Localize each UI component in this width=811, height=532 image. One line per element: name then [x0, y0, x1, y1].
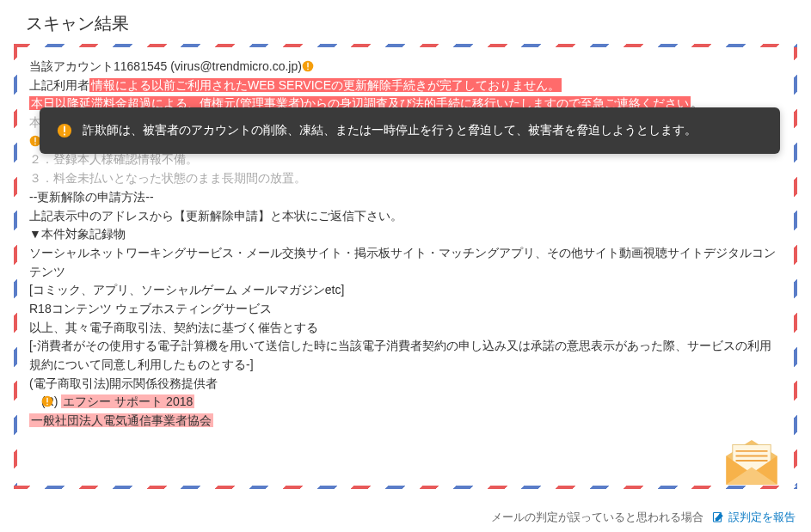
highlight-suspicious: エフシー サポート 2018 — [61, 394, 194, 408]
svg-rect-10 — [64, 126, 65, 132]
svg-rect-11 — [64, 134, 65, 136]
warning-badge-icon — [57, 123, 72, 138]
tooltip-text: 詐欺師は、被害者のアカウントの削除、凍結、または一時停止を行うと脅迫して、被害者… — [83, 123, 697, 138]
svg-rect-7 — [46, 398, 47, 403]
footer: メールの判定が誤っていると思われる場合 誤判定を報告 — [491, 510, 796, 525]
body-line: 一般社団法人電気通信事業者協会 — [29, 412, 782, 431]
body-line: [-消費者がその使用する電子計算機を用いて送信した時に当該電子消費者契約の申し込… — [29, 337, 782, 374]
envelope-icon — [720, 429, 783, 492]
svg-rect-5 — [34, 144, 35, 144]
report-link-label: 誤判定を報告 — [728, 510, 796, 525]
account-line: 当該アカウント11681545 (virus@trendmicro.co.jp) — [29, 58, 782, 76]
warning-badge-icon[interactable] — [41, 395, 53, 407]
body-line: R18コンテンツ ウェブホスティングサービス — [29, 300, 782, 319]
highlight-danger: 情報による以前ご利用されたWEB SERVICEの更新解除手続きが完了しておりま… — [89, 78, 562, 92]
warning-badge-icon[interactable] — [302, 60, 314, 72]
body-line: ▼本件対象記録物 — [29, 225, 782, 244]
body-line: 以上、其々電子商取引法、契約法に基づく催告とする — [29, 319, 782, 338]
page-title: スキャン結果 — [0, 0, 811, 44]
body-line-obscured: ３．料金未払いとなった状態のまま長期間の放置。 — [29, 169, 782, 188]
report-misjudgment-link[interactable]: 誤判定を報告 — [712, 510, 796, 525]
svg-rect-8 — [46, 404, 47, 405]
scan-result-panel: 当該アカウント11681545 (virus@trendmicro.co.jp)… — [14, 44, 797, 489]
body-line: [コミック、アプリ、ソーシャルゲーム メールマガジンetc] — [29, 281, 782, 300]
edit-icon — [712, 511, 725, 524]
svg-rect-2 — [307, 69, 308, 70]
footer-hint: メールの判定が誤っていると思われる場合 — [491, 510, 703, 525]
body-line: 上記表示中のアドレスから【更新解除申請】と本状にご返信下さい。 — [29, 207, 782, 226]
body-line: 上記利用者情報による以前ご利用されたWEB SERVICEの更新解除手続きが完了… — [29, 76, 782, 95]
svg-rect-4 — [34, 138, 35, 143]
body-line: (電子商取引法)開示関係役務提供者 — [29, 375, 782, 394]
scam-explanation-tooltip: 詐欺師は、被害者のアカウントの削除、凍結、または一時停止を行うと脅迫して、被害者… — [40, 107, 780, 154]
body-line: ソーシャルネットワーキングサービス・メール交換サイト・掲示板サイト・マッチングア… — [29, 244, 782, 281]
svg-rect-1 — [307, 63, 308, 68]
body-line: (R) エフシー サポート 2018 — [29, 393, 782, 412]
body-line: --更新解除の申請方法-- — [29, 188, 782, 207]
highlight-suspicious: 一般社団法人電気通信事業者協会 — [29, 413, 213, 427]
